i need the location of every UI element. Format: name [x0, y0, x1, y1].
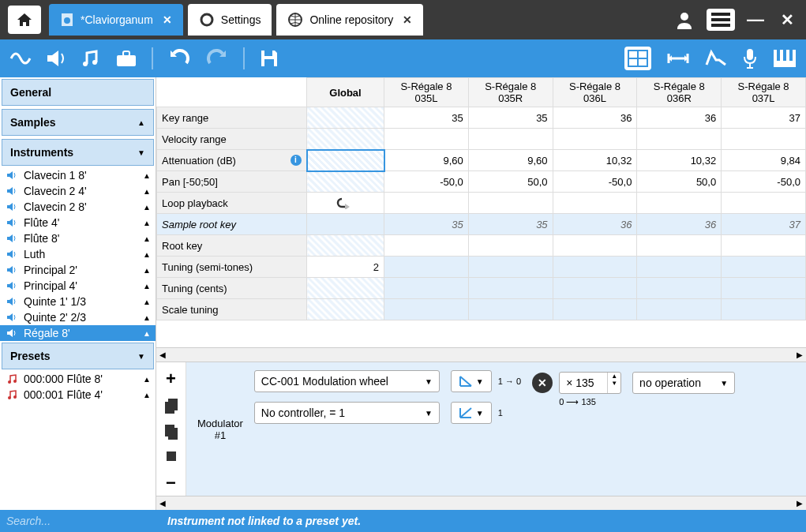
cell-global[interactable]	[307, 129, 384, 150]
cell[interactable]: 36	[553, 214, 637, 235]
tab-claviorganum[interactable]: *Claviorganum ✕	[49, 4, 183, 36]
cell[interactable]	[722, 299, 806, 320]
cell[interactable]: -50,0	[384, 171, 469, 193]
row-header[interactable]: Sample root key	[157, 214, 307, 235]
menu-button[interactable]	[707, 9, 735, 31]
info-icon[interactable]: i	[291, 155, 302, 166]
col-header[interactable]: S-Régale 8036R	[637, 78, 722, 107]
cell[interactable]: 36	[637, 214, 722, 235]
undo-button[interactable]	[167, 47, 191, 69]
cell[interactable]	[384, 129, 469, 150]
cell[interactable]	[468, 278, 553, 299]
sidebar-item-instrument[interactable]: Clavecin 2 8'▲	[0, 199, 156, 215]
cell[interactable]: 37	[722, 214, 806, 235]
paste-modulator-button[interactable]	[164, 424, 178, 440]
toolbox-icon[interactable]	[115, 49, 137, 68]
cell[interactable]: 9,84	[722, 150, 806, 171]
cell[interactable]: 36	[637, 107, 722, 129]
cell-global[interactable]	[307, 235, 384, 257]
cell[interactable]	[384, 257, 469, 278]
row-header[interactable]: Tuning (cents)	[157, 278, 307, 299]
envelope-icon[interactable]	[705, 49, 727, 68]
cell[interactable]: 10,32	[553, 150, 637, 171]
tab-online-repo[interactable]: Online repository ✕	[276, 4, 423, 36]
col-header[interactable]: S-Régale 8035L	[384, 78, 469, 107]
cell[interactable]	[384, 193, 469, 214]
redo-button[interactable]	[205, 47, 229, 69]
cell[interactable]	[384, 299, 469, 320]
col-header[interactable]: S-Régale 8035R	[468, 78, 553, 107]
speaker-icon[interactable]	[46, 49, 66, 68]
range-icon[interactable]	[665, 51, 691, 66]
cell[interactable]	[384, 278, 469, 299]
cell[interactable]: 35	[384, 214, 469, 235]
cell[interactable]	[553, 278, 637, 299]
row-header[interactable]: Loop playback	[157, 193, 307, 214]
cell[interactable]	[468, 257, 553, 278]
mic-icon[interactable]	[741, 47, 759, 69]
curve2-dropdown[interactable]: ▼	[451, 402, 492, 424]
cell[interactable]: -50,0	[553, 171, 637, 193]
sidebar-item-instrument[interactable]: Flûte 8'▲	[0, 230, 156, 246]
spin-up[interactable]: ▲	[608, 373, 620, 380]
section-samples[interactable]: Samples ▲	[2, 109, 154, 136]
row-header[interactable]: Root key	[157, 235, 307, 257]
col-header[interactable]: S-Régale 8037L	[722, 78, 806, 107]
cell[interactable]	[722, 129, 806, 150]
cell-global[interactable]	[307, 171, 384, 193]
search-input[interactable]: Search...	[0, 511, 156, 530]
section-instruments[interactable]: Instruments ▼	[2, 139, 154, 166]
cell[interactable]	[722, 235, 806, 257]
sidebar-item-instrument[interactable]: Régale 8'▲	[0, 325, 156, 341]
cell[interactable]: 50,0	[637, 171, 722, 193]
sidebar-item-instrument[interactable]: Quinte 2' 2/3▲	[0, 309, 156, 325]
cell[interactable]: 36	[553, 107, 637, 129]
cell[interactable]	[468, 299, 553, 320]
cell-global[interactable]	[307, 278, 384, 299]
section-general[interactable]: General	[2, 79, 154, 106]
cell[interactable]	[722, 257, 806, 278]
cell[interactable]	[637, 129, 722, 150]
cell[interactable]	[553, 299, 637, 320]
cell[interactable]	[553, 193, 637, 214]
cell[interactable]: 10,32	[637, 150, 722, 171]
sidebar-item-instrument[interactable]: Clavecin 2 4'▲	[0, 183, 156, 199]
remove-modulator-button[interactable]: −	[166, 473, 176, 493]
close-icon[interactable]: ✕	[163, 13, 172, 26]
src2-dropdown[interactable]: No controller, = 1 ▼	[254, 402, 440, 424]
row-header[interactable]: Key range	[157, 107, 307, 129]
cell[interactable]	[468, 235, 553, 257]
cell[interactable]: 9,60	[468, 150, 553, 171]
spin-down[interactable]: ▼	[608, 380, 620, 387]
horizontal-scrollbar-bottom[interactable]: ◀ ▶	[156, 496, 806, 510]
cell[interactable]	[722, 193, 806, 214]
save-button[interactable]	[259, 48, 279, 69]
row-header[interactable]: Scale tuning	[157, 299, 307, 320]
sidebar-item-instrument[interactable]: Clavecin 1 8'▲	[0, 167, 156, 183]
cell[interactable]: 50,0	[468, 171, 553, 193]
sidebar-item-preset[interactable]: 000:001 Flûte 4'▲	[0, 387, 156, 403]
cell[interactable]	[637, 278, 722, 299]
col-global[interactable]: Global	[307, 78, 384, 107]
curve1-dropdown[interactable]: ▼	[451, 370, 492, 392]
add-modulator-button[interactable]: +	[166, 369, 176, 389]
cell[interactable]: -50,0	[722, 171, 806, 193]
src1-dropdown[interactable]: CC-001 Modulation wheel ▼	[254, 370, 440, 392]
sidebar-item-preset[interactable]: 000:000 Flûte 8'▲	[0, 371, 156, 387]
cell-global[interactable]	[307, 193, 384, 214]
cell[interactable]	[637, 299, 722, 320]
cell-global[interactable]	[307, 299, 384, 320]
cell-global[interactable]	[307, 107, 384, 129]
notes-icon[interactable]	[81, 48, 101, 69]
cell[interactable]: 35	[468, 107, 553, 129]
cell[interactable]	[637, 235, 722, 257]
cell[interactable]	[637, 257, 722, 278]
cell[interactable]	[722, 278, 806, 299]
sidebar-item-instrument[interactable]: Principal 4'▲	[0, 278, 156, 294]
tab-settings[interactable]: Settings	[188, 4, 272, 36]
home-button[interactable]	[8, 6, 41, 34]
close-window-button[interactable]: ✕	[776, 10, 798, 29]
parameter-table-area[interactable]: Global S-Régale 8035L S-Régale 8035R S-R…	[156, 77, 806, 347]
wave-icon[interactable]	[9, 49, 32, 68]
keyboard-icon[interactable]	[773, 48, 797, 69]
